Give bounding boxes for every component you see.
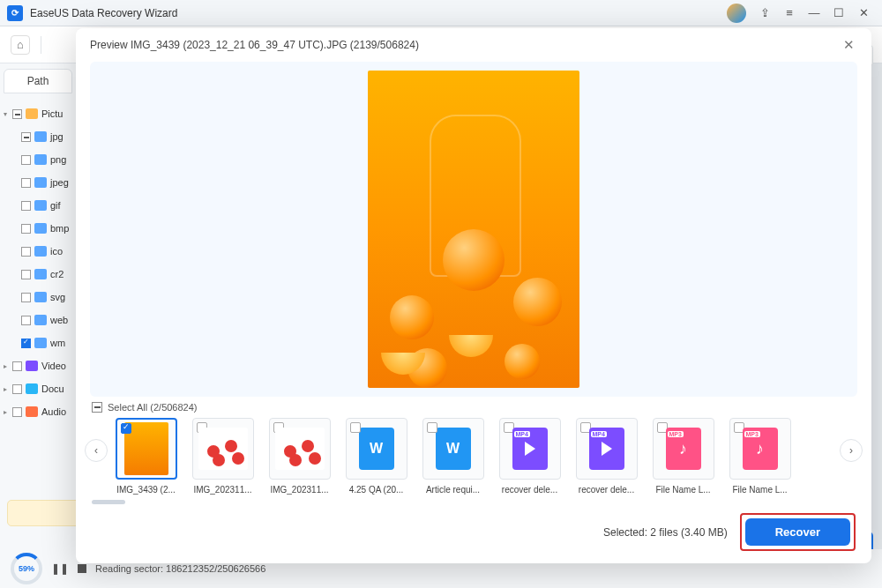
pause-icon[interactable]: ❚❚ [51,562,69,575]
tree-checkbox[interactable] [12,407,22,417]
tree-checkbox[interactable] [21,270,31,279]
thumb-item[interactable]: MP4recover dele... [573,418,639,495]
progress-text: 59% [14,556,39,581]
stop-icon[interactable] [78,564,86,573]
close-button[interactable]: ✕ [852,4,875,23]
tree-item-docu[interactable]: ▸Docu [0,377,76,400]
select-all-row[interactable]: Select All (2/506824) [76,397,871,414]
select-all-label: Select All (2/506824) [108,402,198,413]
tree-item-ico[interactable]: ico [0,240,76,263]
thumb-label: IMG_3439 (2... [113,485,179,495]
tree-label: Audio [41,406,66,417]
tree-item-jpeg[interactable]: jpeg [0,171,76,194]
tree-label: png [50,154,66,165]
thumb-checkbox[interactable] [427,422,437,433]
folder-icon [34,269,47,279]
tree-label: jpeg [50,177,69,188]
tree-item-pictu[interactable]: ▾Pictu [0,102,76,125]
minimize-button[interactable]: — [803,4,826,23]
menu-icon[interactable]: ≡ [778,4,801,23]
caret-icon: ▸ [4,408,11,416]
tree-checkbox[interactable] [21,339,31,348]
thumb-item[interactable]: WArticle requi... [420,418,486,495]
tree-item-bmp[interactable]: bmp [0,217,76,240]
status-reading: Reading sector: 186212352/250626566 [95,563,265,574]
thumb-label: 4.25 QA (20... [343,485,409,495]
thumbs-next-button[interactable]: › [840,439,863,462]
tree-checkbox[interactable] [21,316,31,325]
caret-icon: ▾ [4,110,11,118]
tree-checkbox[interactable] [21,178,31,188]
thumbs-prev-button[interactable]: ‹ [85,439,108,462]
preview-image [368,71,579,388]
tree-item-png[interactable]: png [0,148,76,171]
tree-checkbox[interactable] [12,109,22,119]
user-avatar-icon[interactable] [727,4,746,23]
thumb-item[interactable]: IMG_3439 (2... [113,418,179,495]
tree-checkbox[interactable] [21,224,31,234]
tree-checkbox[interactable] [21,247,31,257]
app-title: EaseUS Data Recovery Wizard [30,7,177,19]
folder-icon [34,246,47,257]
tree-item-svg[interactable]: svg [0,286,76,309]
thumb-item[interactable]: W4.25 QA (20... [343,418,409,495]
tree-label: gif [50,200,61,211]
selected-summary: Selected: 2 files (3.40 MB) [603,526,728,539]
tree-item-jpg[interactable]: jpg [0,125,76,148]
tree-label: wm [50,338,65,348]
app-icon: ⟳ [7,5,23,21]
folder-icon [34,223,47,234]
home-button[interactable]: ⌂ [11,35,30,55]
thumb-box[interactable]: ♪MP3 [653,418,714,480]
thumb-label: File Name L... [727,485,793,495]
thumb-checkbox[interactable] [121,423,131,434]
thumb-item[interactable]: ♪MP3File Name L... [727,418,793,495]
thumb-box[interactable]: W [346,418,407,480]
progress-circle: 59% [11,553,42,584]
thumb-box[interactable]: ♪MP3 [729,418,791,480]
tree-label: cr2 [50,269,64,279]
thumb-box[interactable]: MP4 [576,418,638,480]
tree-item-wm[interactable]: wm [0,331,76,354]
preview-area [90,62,857,397]
tree-item-web[interactable]: web [0,309,76,331]
tree-item-gif[interactable]: gif [0,194,76,217]
thumb-item[interactable]: IMG_202311... [266,418,333,495]
thumb-box[interactable]: MP4 [499,418,561,480]
modal-header: Preview IMG_3439 (2023_12_21 06_39_47 UT… [76,28,871,62]
tree-checkbox[interactable] [12,361,22,371]
caret-icon: ▸ [4,385,11,393]
tab-path[interactable]: Path [4,69,72,93]
tree-checkbox[interactable] [21,201,31,211]
titlebar: ⟳ EaseUS Data Recovery Wizard ⇪ ≡ — ☐ ✕ [0,0,882,26]
thumb-box[interactable]: W [422,418,484,480]
recover-highlight: Recover [740,513,856,551]
modal-title: Preview IMG_3439 (2023_12_21 06_39_47 UT… [90,39,419,51]
tree-label: jpg [50,131,64,142]
thumb-label: recover dele... [497,485,563,495]
tree-item-video[interactable]: ▸Video [0,354,76,377]
thumb-box[interactable] [116,418,177,480]
tree-checkbox[interactable] [21,155,31,165]
thumb-checkbox[interactable] [350,422,361,433]
thumb-item[interactable]: MP4recover dele... [497,418,563,495]
select-all-checkbox[interactable] [92,402,102,413]
thumb-item[interactable]: IMG_202311... [190,418,256,495]
tree-item-audio[interactable]: ▸Audio [0,400,76,423]
maximize-button[interactable]: ☐ [827,4,850,23]
tree-checkbox[interactable] [12,384,22,394]
vid-icon [26,361,38,371]
thumb-box[interactable] [192,418,254,480]
thumbnails-row: ‹ IMG_3439 (2...IMG_202311...IMG_202311.… [76,414,871,495]
tree-label: ico [50,246,63,257]
thumb-box[interactable] [269,418,331,480]
folder-icon [34,292,47,302]
tree-checkbox[interactable] [21,293,31,302]
modal-close-icon[interactable]: ✕ [840,36,857,54]
share-icon[interactable]: ⇪ [753,4,776,23]
recover-button[interactable]: Recover [745,518,850,546]
folder-icon [34,131,47,142]
tree-checkbox[interactable] [21,132,31,142]
tree-item-cr2[interactable]: cr2 [0,263,76,286]
thumb-item[interactable]: ♪MP3File Name L... [650,418,716,495]
